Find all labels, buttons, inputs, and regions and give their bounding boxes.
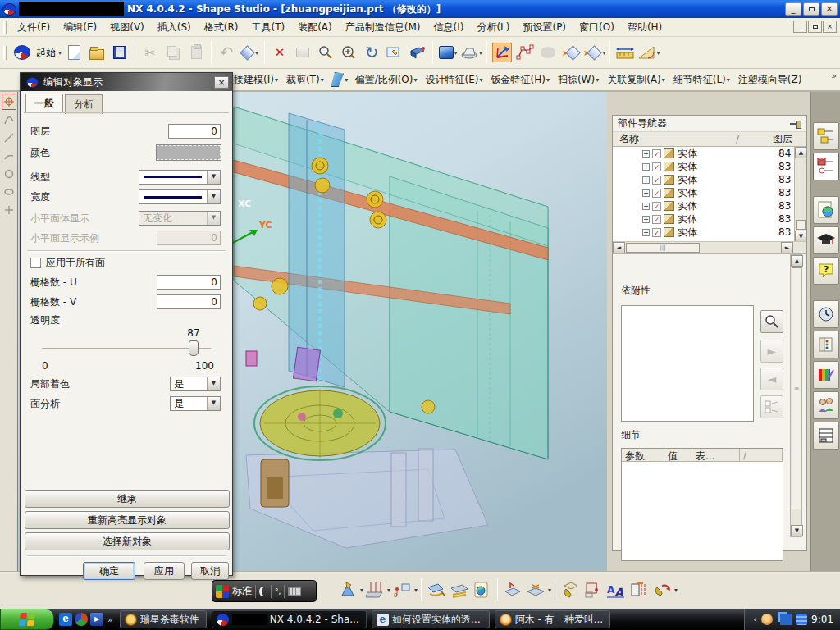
navigator-column-header[interactable]: 名称 / 图层 (613, 132, 806, 147)
scroll-up-icon[interactable]: ▲ (791, 255, 803, 267)
details-table[interactable]: 参数 值 表... / (621, 448, 783, 561)
slider-handle[interactable] (189, 340, 199, 356)
sheet-body-button[interactable] (449, 579, 470, 600)
node-label[interactable]: 实体 (678, 147, 697, 161)
width-dropdown[interactable]: ▼ (139, 189, 221, 204)
csys-orient-button[interactable] (491, 40, 513, 65)
point-snap-button[interactable] (2, 94, 16, 110)
collaboration-button[interactable] (813, 391, 839, 419)
menu-assemblies[interactable]: 装配(A) (291, 18, 339, 37)
tray-network-icon[interactable] (780, 614, 792, 625)
text-tool-button[interactable]: AA (605, 579, 627, 600)
column-expression[interactable]: 表... (692, 449, 740, 461)
table-row[interactable]: + ✓ 实体 84 (613, 147, 806, 160)
table-row[interactable]: + ✓ 实体 83 (613, 186, 806, 199)
minimize-button[interactable]: _ (785, 2, 801, 16)
trim-button[interactable]: 裁剪(T)▾ (282, 71, 328, 89)
quicklaunch-media-icon[interactable]: ▶ (90, 613, 103, 626)
table-row[interactable]: + ✓ 实体 83 (613, 173, 806, 186)
zoom-region-button[interactable] (315, 40, 336, 65)
measure-distance-button[interactable] (614, 40, 636, 65)
ime-language-bar[interactable]: 标准 °, (212, 580, 317, 602)
table-row[interactable]: + ✓ 实体 83 (613, 199, 806, 212)
menu-help[interactable]: 帮助(H) (621, 18, 669, 37)
ime-fullwidth-moon-icon[interactable] (259, 587, 267, 596)
start-button[interactable] (0, 609, 54, 630)
grid-u-input[interactable]: 0 (157, 275, 221, 290)
find-dependencies-button[interactable] (760, 310, 783, 333)
expand-icon[interactable]: + (642, 150, 650, 158)
checkbox-checked-icon[interactable]: ✓ (652, 202, 661, 211)
wireframe-view-button[interactable]: ▾ (460, 40, 482, 65)
menu-view[interactable]: 视图(V) (103, 18, 151, 37)
menu-file[interactable]: 文件(F) (11, 18, 57, 37)
linetype-dropdown[interactable]: ▼ (139, 170, 221, 185)
point-constructor-button[interactable]: 0 (391, 579, 413, 600)
node-label[interactable]: 实体 (678, 199, 697, 213)
tab-analysis[interactable]: 分析 (65, 94, 103, 114)
inherit-button[interactable]: 继承 (25, 490, 230, 508)
dialog-titlebar[interactable]: 编辑对象显示 × (21, 73, 232, 91)
sphere-button[interactable] (472, 579, 493, 600)
apply-button[interactable]: 应用 (144, 562, 185, 580)
assembly-navigator-button[interactable] (813, 122, 839, 150)
taskbar-clock[interactable]: 9:01 (811, 614, 833, 625)
column-value[interactable]: 值 (664, 449, 692, 461)
scroll-up-icon[interactable]: ▲ (795, 147, 806, 158)
sheet-metal-button[interactable]: 钣金特征(H)▾ (486, 71, 553, 89)
mdi-minimize-button[interactable]: _ (793, 21, 807, 33)
dialog-close-button[interactable]: × (214, 76, 229, 89)
scroll-right-icon[interactable]: ► (781, 242, 793, 253)
node-label[interactable]: 实体 (678, 226, 697, 240)
offset-scale-button[interactable]: 偏置/比例(O)▾ (351, 71, 422, 89)
ime-logo-icon[interactable] (216, 585, 229, 598)
part-navigator-button[interactable] (813, 153, 839, 180)
internet-explorer-page-button[interactable] (813, 196, 839, 224)
scroll-thumb[interactable]: ||| (626, 243, 700, 253)
blue-column[interactable] (289, 113, 345, 387)
tray-chat-icon[interactable] (761, 614, 773, 625)
select-new-objects-button[interactable]: 选择新对象 (25, 532, 230, 550)
window-layout-button[interactable] (813, 422, 839, 450)
table-row[interactable]: + ✓ 实体 83 (613, 160, 806, 173)
table-row[interactable]: + ✓ 实体 83 (613, 226, 806, 239)
datum-csys-button[interactable] (337, 579, 358, 600)
zoom-in-out-button[interactable] (338, 40, 359, 65)
layer-input[interactable]: 0 (168, 124, 221, 139)
ime-keyboard-icon[interactable] (288, 587, 301, 596)
sketch-constraint-button[interactable] (582, 579, 604, 600)
partial-shading-dropdown[interactable]: 是▼ (170, 377, 221, 391)
constraint-network-button[interactable] (514, 40, 536, 65)
shaded-face-button[interactable] (407, 40, 428, 65)
start-menu-button[interactable]: 起始 ▾ (11, 40, 62, 65)
toolbar-overflow-button[interactable]: » (831, 71, 837, 81)
disc-assembly[interactable] (254, 386, 386, 460)
toolbar-grip-handle[interactable] (3, 46, 7, 60)
wrench-tool-button[interactable] (559, 579, 581, 600)
menu-grip-handle[interactable] (3, 21, 7, 34)
tray-expand-button[interactable]: ‹ (753, 614, 757, 625)
menu-preferences[interactable]: 预设置(P) (516, 18, 573, 37)
dependencies-list[interactable] (621, 305, 754, 422)
shaded-view-button[interactable]: ▾ (437, 40, 459, 65)
taskbar-item-rising-antivirus[interactable]: 瑞星杀毒软件 (120, 610, 207, 628)
checkbox-checked-icon[interactable]: ✓ (652, 215, 661, 224)
column-layer[interactable]: 图层 (769, 132, 806, 146)
information-button[interactable]: ▾ (239, 40, 260, 65)
cancel-button[interactable]: 取消 (191, 562, 229, 580)
grid-v-input[interactable]: 0 (157, 294, 221, 309)
rehighlight-objects-button[interactable]: 重新高亮显示对象 (25, 511, 230, 529)
mdi-close-button[interactable]: × (823, 21, 837, 33)
expand-icon[interactable]: + (642, 216, 650, 223)
expand-icon[interactable]: + (642, 163, 650, 171)
tree-horizontal-scrollbar[interactable]: ◄ ||| ► (613, 242, 806, 254)
face-analysis-dropdown[interactable]: 是▼ (170, 396, 221, 411)
column-name[interactable]: 名称 (613, 132, 736, 146)
quicklaunch-ie-icon[interactable]: e (59, 613, 72, 626)
history-button[interactable] (813, 300, 839, 328)
copy-object-button[interactable]: ➤▾ (583, 40, 605, 65)
pin-icon[interactable] (790, 119, 801, 129)
checkbox-checked-icon[interactable]: ✓ (652, 149, 661, 158)
rotate-view-button[interactable]: ↻ (361, 40, 382, 65)
expand-icon[interactable]: + (642, 203, 650, 210)
